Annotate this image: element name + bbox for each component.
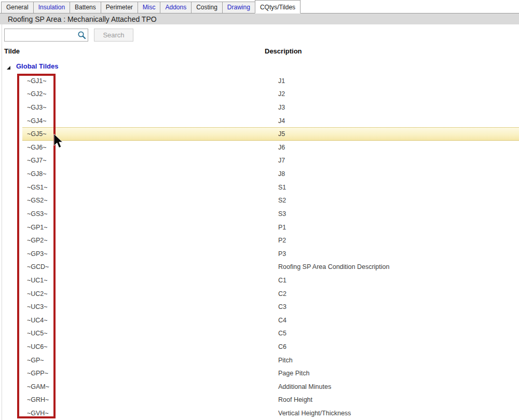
tilde-row[interactable]: ~GAM~Additional Minutes: [22, 380, 519, 394]
tilde-row[interactable]: ~GJ3~J3: [22, 101, 519, 114]
search-button[interactable]: Search: [94, 29, 133, 42]
tilde-row[interactable]: ~GP~Pitch: [22, 354, 519, 367]
tilde-cell: ~GP3~: [27, 250, 48, 258]
description-cell: Roofing SP Area Condition Description: [278, 263, 389, 270]
description-cell: Roof Height: [278, 396, 312, 403]
description-cell: C6: [278, 343, 286, 350]
tilde-row[interactable]: ~GS2~S2: [22, 194, 519, 207]
tilde-cell: ~UC5~: [27, 330, 48, 337]
tilde-row[interactable]: ~GJ8~J8: [22, 167, 519, 181]
tilde-cell: ~GJ5~: [27, 130, 47, 138]
description-cell: J3: [278, 104, 285, 111]
description-cell: S1: [278, 184, 286, 191]
tab-cqtys-tildes[interactable]: CQtys/Tildes: [255, 0, 301, 13]
tilde-cell: ~GP2~: [27, 237, 48, 244]
tilde-row[interactable]: ~UC4~C4: [22, 314, 519, 327]
tilde-cell: ~GP1~: [27, 224, 48, 231]
tilde-cell: ~GPP~: [27, 370, 48, 377]
tilde-row[interactable]: ~UC1~C1: [22, 274, 519, 287]
tree-root-label: Global Tildes: [16, 62, 58, 70]
tilde-cell: ~UC2~: [27, 290, 48, 297]
description-cell: C3: [278, 303, 286, 310]
tilde-row[interactable]: ~GP3~P3: [22, 247, 519, 261]
tilde-cell: ~GP~: [27, 357, 44, 364]
description-cell: J1: [278, 77, 285, 85]
search-input[interactable]: [5, 29, 75, 41]
tilde-row[interactable]: ~GJ2~J2: [22, 88, 519, 101]
description-cell: J8: [278, 170, 285, 178]
tilde-cell: ~GJ4~: [27, 117, 47, 125]
tilde-row[interactable]: ~GJ5~J5: [22, 127, 519, 141]
tab-strip: GeneralInsulationBattensPerimeterMiscAdd…: [0, 0, 519, 13]
tilde-cell: ~GS2~: [27, 197, 48, 204]
tilde-row[interactable]: ~UC5~C5: [22, 327, 519, 341]
description-cell: P1: [278, 224, 286, 231]
description-cell: C5: [278, 330, 286, 337]
tilde-row[interactable]: ~GP1~P1: [22, 221, 519, 234]
tilde-cell: ~GJ2~: [27, 90, 47, 98]
tilde-row[interactable]: ~UC2~C2: [22, 287, 519, 301]
description-cell: Page Pitch: [278, 370, 309, 377]
tilde-row[interactable]: ~GJ6~J6: [22, 141, 519, 154]
tab-drawing[interactable]: Drawing: [222, 2, 255, 13]
tilde-cell: ~GJ8~: [27, 170, 47, 178]
tilde-row[interactable]: ~UC6~C6: [22, 340, 519, 354]
search-box: [4, 29, 88, 42]
tilde-cell: ~GJ6~: [27, 144, 47, 151]
tab-battens[interactable]: Battens: [70, 2, 101, 13]
tab-misc[interactable]: Misc: [138, 2, 161, 13]
description-cell: P2: [278, 237, 286, 244]
description-cell: J7: [278, 157, 285, 164]
description-cell: S3: [278, 210, 286, 218]
tree-rows: ~GJ1~J1~GJ2~J2~GJ3~J3~GJ4~J4~GJ5~J5~GJ6~…: [0, 74, 519, 420]
tab-costing[interactable]: Costing: [191, 2, 223, 13]
tilde-cell: ~UC4~: [27, 317, 48, 324]
tilde-row[interactable]: ~GJ4~J4: [22, 114, 519, 128]
tilde-cell: ~GRH~: [27, 396, 49, 403]
tab-general[interactable]: General: [1, 2, 34, 13]
tab-addons[interactable]: Addons: [160, 2, 192, 13]
description-cell: Vertical Height/Thickness: [278, 410, 351, 417]
tilde-cell: ~GJ1~: [27, 77, 47, 85]
tilde-cell: ~GJ3~: [27, 104, 47, 111]
tilde-cell: ~GJ7~: [27, 157, 47, 164]
tilde-row[interactable]: ~GVH~Vertical Height/Thickness: [22, 407, 519, 420]
description-cell: Additional Minutes: [278, 383, 331, 390]
tilde-cell: ~GAM~: [27, 383, 49, 390]
column-headers: Tilde Description: [0, 47, 519, 56]
tilde-row[interactable]: ~GCD~Roofing SP Area Condition Descripti…: [22, 261, 519, 274]
description-cell: P3: [278, 250, 286, 258]
tilde-row[interactable]: ~UC3~C3: [22, 300, 519, 314]
tilde-row[interactable]: ~GJ7~J7: [22, 154, 519, 168]
tilde-row[interactable]: ~GP2~P2: [22, 234, 519, 247]
description-cell: J2: [278, 90, 285, 98]
tilde-cell: ~UC1~: [27, 277, 48, 284]
magnifier-icon[interactable]: [75, 31, 88, 39]
tilde-row[interactable]: ~GRH~Roof Height: [22, 394, 519, 407]
description-cell: J4: [278, 117, 285, 125]
tilde-row[interactable]: ~GS3~S3: [22, 207, 519, 221]
tilde-cell: ~GCD~: [27, 263, 49, 270]
tilde-cell: ~UC3~: [27, 303, 48, 310]
tilde-cell: ~UC6~: [27, 343, 48, 350]
description-cell: C1: [278, 277, 286, 284]
description-cell: C2: [278, 290, 286, 297]
tilde-cell: ~GS3~: [27, 210, 48, 218]
description-cell: S2: [278, 197, 286, 204]
tree-root-global-tildes[interactable]: Global Tildes: [6, 62, 58, 70]
column-header-tilde: Tilde: [4, 47, 20, 55]
tilde-cell: ~GS1~: [27, 184, 48, 191]
description-cell: Pitch: [278, 357, 293, 364]
description-cell: J5: [278, 130, 285, 138]
search-row: Search: [4, 29, 133, 42]
description-cell: J6: [278, 144, 285, 151]
page-title: Roofing SP Area : Mechanically Attached …: [0, 13, 519, 24]
tilde-cell: ~GVH~: [27, 410, 49, 417]
tilde-row[interactable]: ~GJ1~J1: [22, 74, 519, 88]
column-header-description: Description: [265, 47, 302, 55]
tab-perimeter[interactable]: Perimeter: [101, 2, 138, 13]
tilde-row[interactable]: ~GPP~Page Pitch: [22, 367, 519, 380]
tilde-row[interactable]: ~GS1~S1: [22, 181, 519, 194]
tab-insulation[interactable]: Insulation: [33, 2, 70, 13]
expanded-triangle-icon[interactable]: [6, 63, 11, 69]
